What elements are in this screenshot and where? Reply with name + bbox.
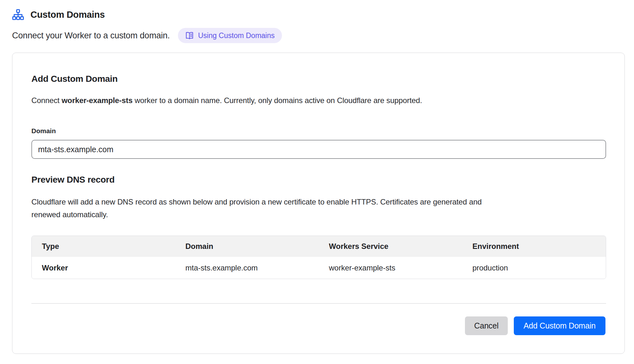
cancel-button[interactable]: Cancel [465, 316, 508, 335]
table-row: Worker mta-sts.example.com worker-exampl… [32, 257, 606, 279]
page-subtitle-row: Connect your Worker to a custom domain. … [12, 28, 622, 43]
card-description: Connect worker-example-sts worker to a d… [31, 96, 605, 105]
card-description-prefix: Connect [31, 96, 62, 105]
worker-name: worker-example-sts [62, 96, 133, 105]
column-header-domain: Domain [175, 236, 319, 257]
cell-workers-service: worker-example-sts [319, 257, 462, 279]
page-subtitle: Connect your Worker to a custom domain. [12, 31, 170, 41]
domain-field-label: Domain [31, 127, 605, 135]
cell-type: Worker [32, 257, 175, 279]
add-custom-domain-button[interactable]: Add Custom Domain [514, 316, 605, 335]
card-spacer [31, 279, 605, 303]
cell-environment: production [462, 257, 606, 279]
sitemap-icon [12, 9, 24, 20]
preview-dns-heading: Preview DNS record [31, 175, 605, 185]
add-custom-domain-card: Add Custom Domain Connect worker-example… [12, 53, 625, 354]
column-header-type: Type [32, 236, 175, 257]
using-custom-domains-link[interactable]: Using Custom Domains [178, 28, 282, 43]
card-heading: Add Custom Domain [31, 74, 605, 84]
cell-domain: mta-sts.example.com [175, 257, 319, 279]
custom-domains-page: Custom Domains Connect your Worker to a … [0, 0, 634, 354]
dns-preview-table: Type Domain Workers Service Environment … [31, 236, 606, 279]
page-title: Custom Domains [30, 10, 105, 20]
page-header: Custom Domains [12, 9, 622, 20]
card-actions: Cancel Add Custom Domain [31, 316, 605, 335]
using-custom-domains-label: Using Custom Domains [198, 31, 275, 40]
preview-dns-description: Cloudflare will add a new DNS record as … [31, 196, 498, 221]
domain-input[interactable] [31, 140, 606, 159]
card-description-suffix: worker to a domain name. Currently, only… [133, 96, 422, 105]
column-header-environment: Environment [462, 236, 606, 257]
footer-divider [31, 303, 606, 304]
table-header-row: Type Domain Workers Service Environment [32, 236, 606, 257]
book-open-icon [185, 31, 194, 40]
column-header-workers-service: Workers Service [319, 236, 462, 257]
